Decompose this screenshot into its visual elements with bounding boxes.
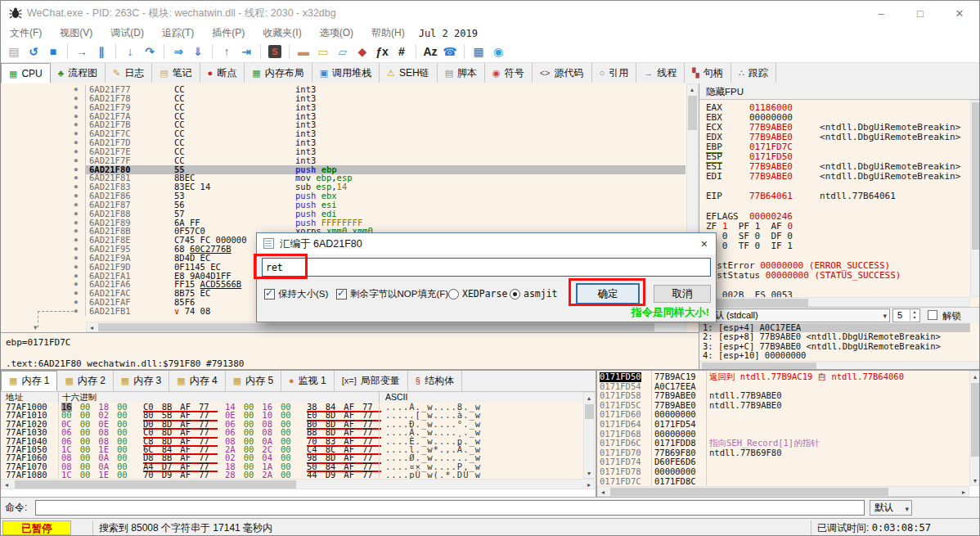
run-to-user-code-icon[interactable]: ⇥ (238, 43, 254, 60)
scroll-left-arrow[interactable]: ◂ (598, 487, 608, 497)
breakpoint-dot[interactable]: ● (1, 147, 86, 156)
breakpoint-dot[interactable]: ● (1, 272, 86, 281)
restart-icon[interactable]: ↺ (25, 43, 42, 60)
step-over-icon[interactable]: ↷ (142, 43, 158, 60)
stop-icon[interactable]: ■ (45, 43, 61, 60)
registers-horizontal-scrollbar[interactable] (699, 297, 970, 307)
fill-nop-checkbox[interactable]: ✓ (336, 289, 347, 300)
tab-locals[interactable]: [x=]局部变量 (335, 371, 408, 391)
dump-bytes-group[interactable]: 70D9AF77 (143, 471, 218, 479)
strings-icon[interactable]: Az (422, 43, 438, 60)
stack-row[interactable]: 0171FD5877B9ABE0ntdll.77B9ABE0 (597, 391, 969, 401)
scroll-up-arrow[interactable]: ▴ (584, 393, 594, 403)
scroll-right-arrow[interactable]: ▸ (959, 487, 969, 497)
tab-watch-1[interactable]: ●监视 1 (281, 371, 335, 391)
argument-line[interactable]: 4: [esp+10] 00000000 (699, 351, 970, 360)
breakpoint-dot[interactable]: ● (1, 245, 86, 254)
tab-notes[interactable]: ▤笔记 (152, 63, 200, 83)
breakpoint-dot[interactable]: ● (1, 182, 86, 191)
tab-references[interactable]: ○引用 (592, 63, 637, 83)
tab-trace[interactable]: ∴跟踪 (731, 63, 776, 83)
tab-source[interactable]: <>源代码 (533, 63, 592, 83)
command-profile-select[interactable]: 默认 ▾ (870, 500, 912, 516)
register-line[interactable]: LastStatus 00000000 (STATUS_SUCCESS) (706, 271, 969, 281)
stack-row[interactable]: 0171FD54A0C17EEA (597, 382, 969, 392)
labels-icon[interactable]: ▱ (335, 43, 351, 60)
tab-threads[interactable]: →线程 (636, 63, 685, 83)
tab-dump-5[interactable]: ▦内存 5 (226, 371, 281, 391)
tab-cpu[interactable]: ▦CPU (1, 63, 51, 83)
execute-till-return-icon[interactable]: ⇓ (190, 43, 206, 60)
globe-icon[interactable]: ◉ (490, 43, 506, 60)
stack-row[interactable]: 0171FD74D60FE6D6 (597, 457, 969, 467)
breakpoint-dot[interactable]: ● (1, 165, 86, 174)
run-icon[interactable]: → (74, 43, 90, 60)
scroll-down-arrow[interactable]: ▾ (970, 475, 980, 485)
scrollbar-thumb[interactable] (971, 383, 980, 457)
cancel-button[interactable]: 取消 (654, 285, 711, 303)
tab-graph[interactable]: ♣流程图 (51, 63, 106, 83)
menu-debug[interactable]: 调试(D) (101, 25, 153, 41)
tab-script[interactable]: ▤脚本 (438, 63, 485, 83)
scylla-icon[interactable]: S (268, 45, 281, 58)
stack-row[interactable]: 0171FD7C0171FD8C (597, 477, 969, 486)
scrollbar-thumb[interactable] (15, 480, 296, 489)
menu-options[interactable]: 选项(O) (311, 25, 362, 41)
menu-plugins[interactable]: 插件(P) (203, 25, 254, 41)
breakpoint-dot[interactable]: ● (1, 120, 86, 129)
stack-row[interactable]: 0171FD5077B9AC19返回到 ntdll.77B9AC19 自 ntd… (597, 372, 969, 382)
breakpoint-dot[interactable]: ● (1, 218, 86, 227)
breakpoint-dot[interactable]: ● (1, 289, 86, 298)
register-line[interactable]: EIP 77B64061 ntdll.77B64061 (706, 191, 969, 201)
stack-vertical-scrollbar[interactable]: ▴ ▾ (969, 371, 980, 486)
tab-dump-3[interactable]: ▦内存 3 (114, 371, 169, 391)
stack-row[interactable]: 0171FD640171FD54 (597, 420, 969, 430)
stack-row[interactable]: 0171FD7800000000 (597, 467, 969, 477)
attach-icon[interactable]: ☎ (442, 43, 458, 60)
scrollbar-thumb[interactable] (98, 323, 654, 331)
tab-dump-1[interactable]: ▦内存 1 (1, 371, 57, 391)
registers-vertical-scrollbar[interactable] (970, 100, 980, 297)
calculator-icon[interactable]: ▦ (470, 43, 487, 60)
maximize-button[interactable]: □ (901, 1, 940, 25)
minimize-button[interactable]: – (861, 1, 901, 25)
scroll-up-arrow[interactable]: ▴ (687, 84, 697, 94)
scroll-left-arrow[interactable]: ◂ (2, 480, 11, 489)
breakpoint-dot[interactable]: ● (1, 156, 86, 165)
dump-horizontal-scrollbar[interactable]: ◂ ▸ (1, 479, 595, 489)
tab-log[interactable]: ✎日志 (106, 63, 152, 83)
menu-view[interactable]: 视图(V) (51, 25, 101, 41)
scrollbar-thumb[interactable] (610, 488, 888, 496)
dump-bytes-group[interactable]: 1C001E00 (61, 471, 136, 479)
breakpoint-dot[interactable]: ● (1, 236, 86, 245)
scrollbar-thumb[interactable] (585, 404, 594, 419)
xedparse-radio[interactable] (448, 289, 459, 300)
menu-favourites[interactable]: 收藏夹(I) (254, 25, 310, 41)
tab-symbols[interactable]: ◉符号 (485, 63, 533, 83)
step-out-icon[interactable]: ↑ (218, 43, 235, 60)
asmjit-radio[interactable] (510, 289, 520, 300)
register-line[interactable]: EDI 77B9ABE0 <ntdll.DbgUiRemoteBreakin> (706, 172, 969, 182)
stack-row[interactable]: 0171FD5C77B9ABE0ntdll.77B9ABE0 (597, 401, 969, 411)
dump-vertical-scrollbar[interactable]: ▴ ▾ (583, 392, 595, 479)
menu-trace[interactable]: 追踪(T) (153, 25, 203, 41)
scroll-left-arrow[interactable]: ◂ (87, 322, 97, 332)
pause-icon[interactable]: ∥ (93, 43, 110, 60)
tab-handles[interactable]: ▚句柄 (685, 63, 731, 83)
dump-bytes-group[interactable]: 44D9AF77 (307, 471, 381, 479)
stack-row[interactable]: 0171FD6C0171FDD8指向SEH_Record[1]的指针 (597, 439, 969, 448)
breakpoint-dot[interactable]: ● (1, 298, 86, 307)
open-file-icon[interactable]: ▤ (6, 43, 22, 60)
tab-seh[interactable]: ⚠SEH链 (380, 63, 438, 83)
tab-dump-4[interactable]: ▦内存 4 (169, 371, 225, 391)
breakpoint-dot[interactable]: ● (1, 280, 86, 289)
tab-dump-2[interactable]: ▦内存 2 (57, 371, 113, 391)
favourites-icon[interactable]: ◆ (354, 43, 371, 60)
run-to-cursor-icon[interactable]: ⇒ (170, 43, 187, 60)
register-line[interactable]: CF 0 TF 0 IF 1 (706, 241, 969, 251)
functions-icon[interactable]: ƒx (374, 43, 390, 60)
assemble-instruction-input[interactable] (262, 258, 711, 277)
menu-help[interactable]: 帮助(H) (362, 25, 414, 41)
disasm-horizontal-scrollbar[interactable]: ◂ (86, 322, 686, 332)
dump-row[interactable]: 77AF10801C001E0070D9AF7728002A0044D9AF77… (1, 471, 583, 479)
